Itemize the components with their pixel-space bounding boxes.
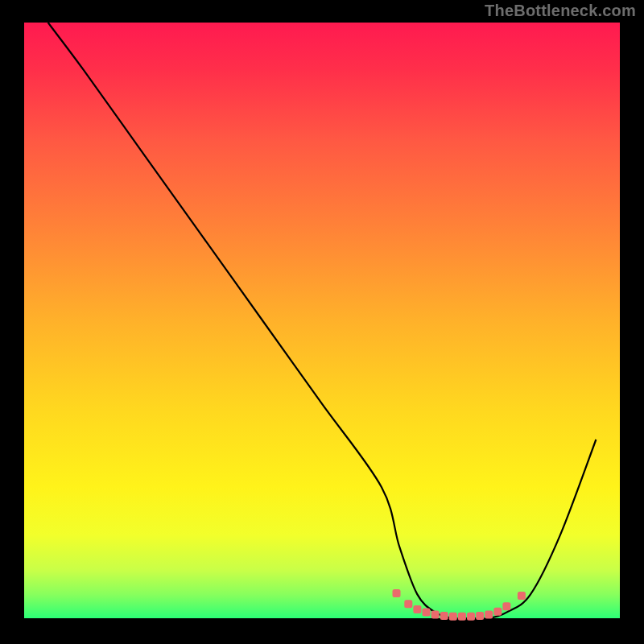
watermark-text: TheBottleneck.com bbox=[485, 2, 636, 20]
optimal-marker bbox=[413, 605, 421, 613]
optimal-marker bbox=[518, 592, 526, 600]
optimal-marker bbox=[485, 611, 493, 619]
optimal-marker bbox=[493, 608, 502, 616]
optimal-marker bbox=[476, 612, 484, 620]
optimal-marker bbox=[467, 613, 475, 621]
optimal-marker bbox=[393, 589, 401, 597]
optimal-marker bbox=[431, 611, 440, 619]
optimal-marker bbox=[440, 612, 448, 620]
chart-container: TheBottleneck.com bbox=[0, 0, 644, 644]
optimal-marker bbox=[449, 613, 457, 621]
optimal-marker bbox=[502, 602, 510, 610]
optimal-marker bbox=[423, 609, 431, 617]
optimal-marker bbox=[404, 600, 412, 608]
optimal-marker bbox=[458, 613, 466, 621]
bottleneck-curve-chart bbox=[0, 0, 644, 644]
